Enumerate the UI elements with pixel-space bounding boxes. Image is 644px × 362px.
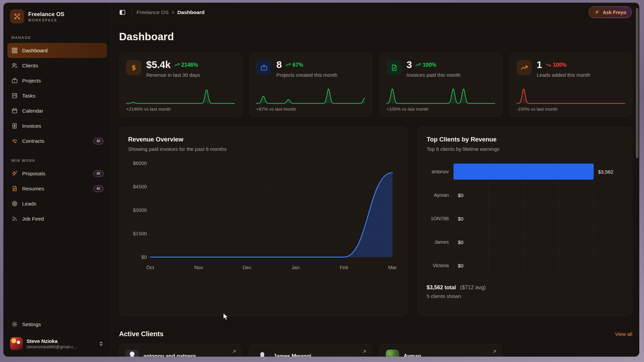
- stat-footer: -100% vs last month: [517, 107, 625, 112]
- bar-value-label: $0: [458, 216, 464, 222]
- trending-up-icon: [285, 62, 291, 68]
- gridline: [524, 254, 524, 277]
- sidebar-item-settings[interactable]: Settings: [7, 317, 107, 332]
- active-clients-title: Active Clients: [119, 330, 163, 338]
- main-area: Freelance OS > Dashboard Ask Freyo Dashb…: [111, 3, 639, 357]
- gridline: [594, 160, 594, 183]
- client-card[interactable]: James Mwangi: [249, 344, 372, 357]
- bar-value-label: $0: [458, 192, 464, 198]
- bar-track: $0: [453, 254, 594, 277]
- stat-card-revenue: $5.4k 2146% Revenue in last 30 days +214…: [119, 53, 242, 117]
- breadcrumb-separator: >: [172, 10, 174, 15]
- external-link-icon[interactable]: [231, 349, 237, 354]
- bar-category-label: 1ON786: [427, 216, 449, 221]
- invoice-check-icon: [386, 60, 401, 75]
- sidebar-item-resumes[interactable]: Resumes AI: [7, 181, 107, 196]
- sidebar-item-label: Leads: [22, 201, 36, 207]
- sidebar-item-label: Tasks: [22, 93, 36, 99]
- chart-subtitle: Top 6 clients by lifetime earnings: [427, 146, 623, 152]
- bar-track: $0: [453, 207, 594, 230]
- sidebar-item-tasks[interactable]: Tasks: [7, 88, 107, 103]
- bar-value-label: $0: [458, 239, 464, 245]
- revenue-area-chart: $6000$4500$3000$1500$0OctNovDecJanFebMar: [128, 158, 398, 272]
- sidebar: Freelance OS WORKSPACE MANAGE Dashboard: [3, 3, 111, 357]
- sidebar-item-clients[interactable]: Clients: [7, 58, 107, 73]
- nav-footer: Settings: [3, 317, 110, 332]
- grid-icon: [11, 47, 18, 54]
- breadcrumb: Freelance OS > Dashboard: [137, 9, 205, 15]
- bar-row: James$0: [427, 230, 623, 254]
- bar-track: $0: [453, 230, 594, 254]
- stat-value: 3: [407, 60, 412, 70]
- sidebar-item-label: Clients: [22, 63, 38, 69]
- stat-label: Revenue in last 30 days: [146, 72, 200, 78]
- gridline: [524, 230, 524, 254]
- bar-category-label: Ayman: [427, 192, 449, 198]
- client-avatar: [386, 350, 399, 357]
- client-avatar: [125, 350, 139, 357]
- trending-up-icon: [517, 60, 532, 75]
- sidebar-item-label: Invoices: [22, 123, 41, 129]
- document-icon: [11, 185, 18, 192]
- ai-badge: AI: [93, 185, 104, 192]
- trending-up-icon: [415, 62, 421, 68]
- dollar-icon: [126, 60, 141, 75]
- gridline: [489, 183, 489, 207]
- gear-icon: [11, 321, 18, 327]
- receipt-icon: [11, 123, 18, 129]
- stat-delta: 100%: [415, 62, 436, 68]
- sidebar-item-dashboard[interactable]: Dashboard: [7, 43, 107, 58]
- client-avatar: [256, 350, 269, 357]
- svg-text:Dec: Dec: [243, 264, 252, 270]
- ask-freyo-button[interactable]: Ask Freyo: [589, 6, 632, 18]
- client-name: James Mwangi: [273, 353, 311, 357]
- dashboard-content: Dashboard $5.4k: [111, 22, 639, 357]
- breadcrumb-root[interactable]: Freelance OS: [137, 9, 169, 15]
- active-clients-header: Active Clients View all: [119, 330, 632, 338]
- sidebar-item-projects[interactable]: Projects: [7, 73, 107, 88]
- ai-badge: AI: [93, 138, 104, 144]
- gridline: [524, 183, 524, 207]
- app-window: Freelance OS WORKSPACE MANAGE Dashboard: [3, 3, 639, 357]
- workspace-logo-row[interactable]: Freelance OS WORKSPACE: [3, 8, 110, 25]
- stat-footer: +67% vs last month: [256, 107, 365, 112]
- external-link-icon[interactable]: [362, 349, 367, 354]
- ai-badge: AI: [93, 170, 104, 177]
- gridline: [489, 254, 489, 277]
- workspace-name: Freelance OS: [28, 11, 64, 17]
- sidebar-item-job-feed[interactable]: Job Feed: [7, 211, 107, 226]
- sparkline: [126, 87, 235, 105]
- svg-text:$4500: $4500: [133, 184, 147, 189]
- svg-text:$6000: $6000: [133, 160, 147, 166]
- sidebar-item-label: Settings: [22, 321, 41, 327]
- handshake-icon: [11, 138, 18, 144]
- bar-value-label: $3,562: [598, 169, 613, 175]
- gridline: [453, 254, 454, 277]
- workspace-label: WORKSPACE: [28, 18, 64, 22]
- client-card[interactable]: antonov and patners: [119, 344, 242, 357]
- top-clients-footer: $3,562 total ($712 avg) 5 clients shown: [427, 285, 623, 299]
- trending-up-icon: [174, 62, 180, 68]
- sidebar-toggle-icon[interactable]: [118, 8, 127, 17]
- view-all-link[interactable]: View all: [615, 331, 632, 337]
- user-menu[interactable]: Steve Nzioka stevenzioka860@gmail.c…: [7, 335, 106, 352]
- sidebar-item-invoices[interactable]: Invoices: [7, 118, 107, 133]
- sidebar-item-proposals[interactable]: Proposals AI: [7, 166, 107, 181]
- gridline: [559, 183, 559, 207]
- bar: [453, 164, 594, 180]
- external-link-icon[interactable]: [492, 349, 497, 354]
- stat-label: Projects created this month: [276, 72, 337, 78]
- bar-row: Ayman$0: [427, 183, 623, 207]
- sidebar-item-contracts[interactable]: Contracts AI: [7, 133, 107, 148]
- user-email: stevenzioka860@gmail.c…: [26, 345, 77, 349]
- page-title: Dashboard: [119, 31, 632, 43]
- sidebar-item-calendar[interactable]: Calendar: [7, 103, 107, 118]
- sidebar-item-leads[interactable]: Leads: [7, 196, 107, 211]
- scrollbar-thumb[interactable]: [636, 8, 638, 158]
- bar-row: 1ON786$0: [427, 207, 623, 230]
- svg-text:Feb: Feb: [340, 264, 348, 270]
- top-clients-bar-chart: antonov$3,562Ayman$01ON786$0James$0Victo…: [427, 160, 623, 277]
- client-card[interactable]: Ayman: [379, 344, 502, 357]
- topbar-divider: [131, 9, 132, 16]
- sidebar-item-label: Contracts: [22, 138, 44, 144]
